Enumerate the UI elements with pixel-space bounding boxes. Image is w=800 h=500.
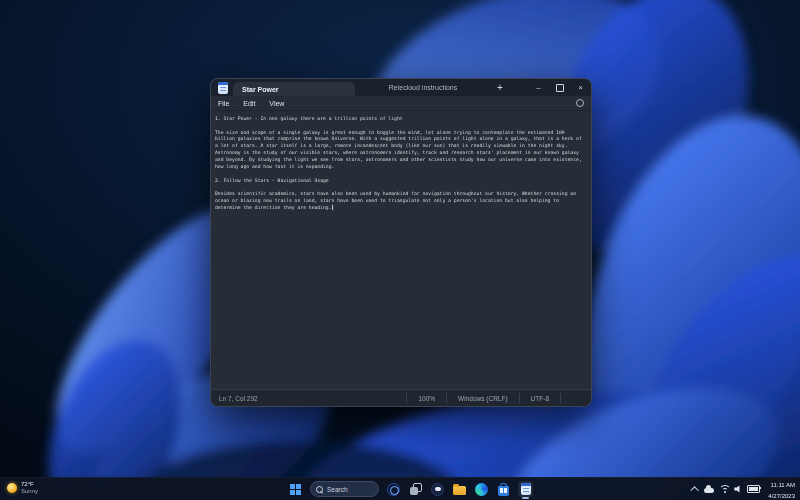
menu-bar: File Edit View [211, 96, 591, 111]
magnifier-icon [316, 486, 323, 493]
titlebar[interactable]: Star Power Relecloud instructions + – × [211, 79, 591, 96]
clock-icon [387, 483, 400, 496]
tab-relecloud-instructions[interactable]: Relecloud instructions [355, 79, 491, 96]
maximize-button[interactable] [549, 79, 570, 96]
chat-button[interactable] [430, 481, 445, 497]
tray-clock[interactable]: 11:11 AM 4/27/2023 [768, 478, 795, 500]
menu-file[interactable]: File [218, 100, 229, 107]
file-explorer-icon [453, 486, 466, 495]
edge-icon [475, 483, 488, 496]
document-text[interactable]: 1. Star Power - In one galaxy there are … [215, 115, 586, 211]
notepad-window: Star Power Relecloud instructions + – × … [210, 78, 592, 407]
speaker-icon[interactable] [734, 485, 742, 493]
search-label: Search [327, 486, 348, 493]
line-ending[interactable]: Windows (CRLF) [446, 393, 518, 403]
taskbar-center: Search [288, 478, 533, 500]
chevron-up-icon[interactable] [691, 486, 699, 494]
tray-date: 4/27/2023 [768, 493, 795, 499]
zoom-level[interactable]: 100% [406, 393, 446, 403]
maximize-icon [556, 84, 564, 92]
onedrive-cloud-icon[interactable] [704, 488, 714, 493]
notepad-icon [218, 82, 228, 94]
edge-button[interactable] [474, 481, 489, 497]
cursor-position: Ln 7, Col 292 [211, 395, 406, 402]
tray-time: 11:11 AM [771, 482, 795, 488]
store-icon [498, 486, 509, 496]
task-view-button[interactable] [408, 481, 423, 497]
close-button[interactable]: × [570, 79, 591, 96]
statusbar-spacer [560, 393, 591, 403]
tab-label: Relecloud instructions [389, 84, 457, 91]
tab-star-power[interactable]: Star Power [233, 82, 355, 96]
minimize-button[interactable]: – [528, 79, 549, 96]
task-view-icon [410, 483, 422, 495]
gear-icon[interactable] [576, 99, 584, 107]
wifi-icon[interactable] [719, 485, 729, 493]
taskbar: 72°F Sunny Search [0, 477, 800, 500]
system-tray: 11:11 AM 4/27/2023 [693, 478, 795, 500]
active-app-indicator [522, 497, 529, 499]
store-button[interactable] [496, 481, 511, 497]
tab-label: Star Power [242, 86, 279, 93]
notepad-taskbar-button[interactable] [518, 481, 533, 497]
taskbar-clock-app[interactable] [386, 481, 401, 497]
text-editor-area[interactable]: 1. Star Power - In one galaxy there are … [211, 111, 591, 389]
sun-icon [7, 483, 17, 493]
windows-logo-icon [290, 484, 301, 495]
notepad-icon [521, 483, 531, 495]
weather-temperature: 72°F [21, 481, 38, 488]
new-tab-button[interactable]: + [491, 79, 509, 96]
window-controls: – × [528, 79, 591, 96]
battery-icon[interactable] [747, 485, 760, 493]
status-bar: Ln 7, Col 292 100% Windows (CRLF) UTF-8 [211, 389, 591, 406]
file-explorer-button[interactable] [452, 481, 467, 497]
desktop: Star Power Relecloud instructions + – × … [0, 0, 800, 500]
weather-widget[interactable]: 72°F Sunny [7, 481, 38, 495]
search-box[interactable]: Search [310, 481, 379, 497]
menu-edit[interactable]: Edit [243, 100, 255, 107]
start-button[interactable] [288, 481, 303, 497]
chat-icon [431, 483, 444, 496]
encoding[interactable]: UTF-8 [519, 393, 560, 403]
menu-view[interactable]: View [269, 100, 284, 107]
text-caret [332, 205, 333, 211]
weather-condition: Sunny [21, 488, 38, 495]
